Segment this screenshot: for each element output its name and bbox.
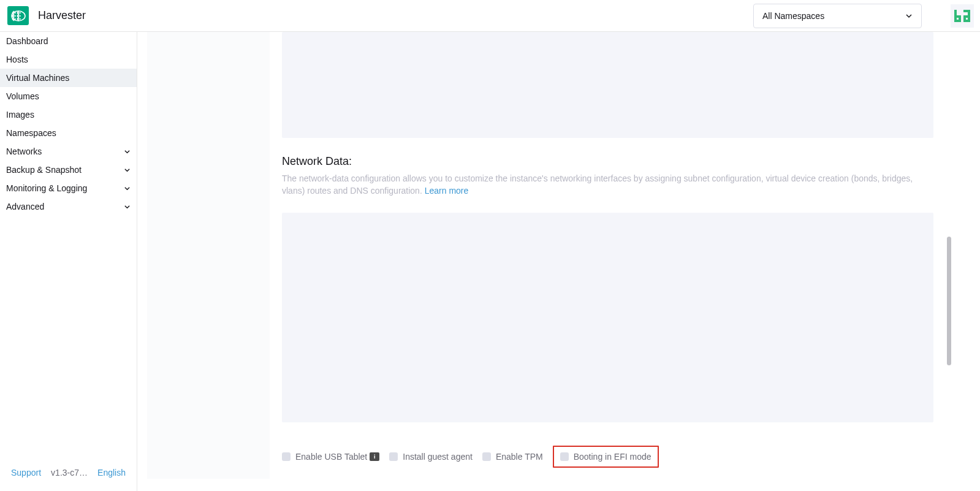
checkbox-icon xyxy=(482,452,491,461)
sidebar-item-monitoring-logging[interactable]: Monitoring & Logging xyxy=(0,179,137,197)
sidebar-item-label: Advanced xyxy=(6,202,44,211)
sidebar-item-images[interactable]: Images xyxy=(0,105,137,124)
app-title: Harvester xyxy=(38,9,86,22)
checkbox-label: Enable USB Tablet xyxy=(295,452,367,462)
form-panel: Network Data: The network-data configura… xyxy=(147,32,946,479)
network-data-title: Network Data: xyxy=(282,155,933,168)
chevron-down-icon xyxy=(124,167,131,173)
sidebar-footer: Support v1.3-c7… English xyxy=(0,462,137,491)
user-data-editor[interactable] xyxy=(282,32,933,138)
sidebar-item-label: Virtual Machines xyxy=(6,73,69,83)
chevron-down-icon xyxy=(905,12,913,20)
sidebar-item-label: Hosts xyxy=(6,55,28,64)
namespace-selector[interactable]: All Namespaces xyxy=(753,4,922,28)
network-data-description: The network-data configuration allows yo… xyxy=(282,173,933,197)
sidebar-item-dashboard[interactable]: Dashboard xyxy=(0,32,137,50)
sidebar-item-label: Volumes xyxy=(6,91,39,101)
checkbox-enable-usb-tablet[interactable]: Enable USB Tablet i xyxy=(282,452,379,462)
main-region: Network Data: The network-data configura… xyxy=(137,32,980,491)
language-selector[interactable]: English xyxy=(97,468,126,478)
sidebar-item-backup-snapshot[interactable]: Backup & Snapshot xyxy=(0,161,137,179)
sidebar-item-advanced[interactable]: Advanced xyxy=(0,197,137,216)
sidebar-item-label: Dashboard xyxy=(6,36,48,46)
checkbox-booting-efi-mode[interactable]: Booting in EFI mode xyxy=(553,446,659,468)
checkbox-install-guest-agent[interactable]: Install guest agent xyxy=(389,452,473,462)
header: Harvester All Namespaces xyxy=(0,0,980,32)
suse-logo-icon[interactable] xyxy=(951,4,974,28)
description-text: The network-data configuration allows yo… xyxy=(282,173,913,196)
sidebar-item-label: Namespaces xyxy=(6,128,56,138)
sidebar-item-hosts[interactable]: Hosts xyxy=(0,50,137,69)
info-icon[interactable]: i xyxy=(370,452,379,461)
nav-list: Dashboard Hosts Virtual Machines Volumes… xyxy=(0,32,137,462)
version-label: v1.3-c7… xyxy=(51,468,88,478)
checkbox-enable-tpm[interactable]: Enable TPM xyxy=(482,452,543,462)
checkbox-icon xyxy=(282,452,291,461)
checkbox-label: Booting in EFI mode xyxy=(574,452,651,462)
sidebar-item-volumes[interactable]: Volumes xyxy=(0,87,137,105)
scrollbar-thumb[interactable] xyxy=(947,237,951,365)
sidebar-item-label: Networks xyxy=(6,147,42,156)
sidebar-item-namespaces[interactable]: Namespaces xyxy=(0,124,137,142)
sidebar-item-label: Monitoring & Logging xyxy=(6,183,87,193)
sidebar-item-networks[interactable]: Networks xyxy=(0,142,137,161)
chevron-down-icon xyxy=(124,148,131,155)
network-data-editor[interactable] xyxy=(282,213,933,422)
wheat-icon xyxy=(11,10,26,21)
harvester-logo-icon[interactable] xyxy=(7,6,29,25)
checkbox-icon xyxy=(560,452,569,461)
checkbox-icon xyxy=(389,452,398,461)
sidebar-item-label: Images xyxy=(6,110,34,120)
chevron-down-icon xyxy=(124,204,131,210)
sidebar-item-virtual-machines[interactable]: Virtual Machines xyxy=(0,69,137,87)
checkbox-label: Install guest agent xyxy=(403,452,473,462)
sidebar: Dashboard Hosts Virtual Machines Volumes… xyxy=(0,32,137,491)
sidebar-item-label: Backup & Snapshot xyxy=(6,165,82,175)
namespace-selector-value: All Namespaces xyxy=(762,11,824,21)
chevron-down-icon xyxy=(124,185,131,192)
form-content: Network Data: The network-data configura… xyxy=(282,32,933,479)
advanced-options-row: Enable USB Tablet i Install guest agent … xyxy=(282,446,933,468)
form-tabs-column xyxy=(147,32,270,479)
checkbox-label: Enable TPM xyxy=(496,452,543,462)
learn-more-link[interactable]: Learn more xyxy=(425,186,469,196)
support-link[interactable]: Support xyxy=(11,468,41,478)
